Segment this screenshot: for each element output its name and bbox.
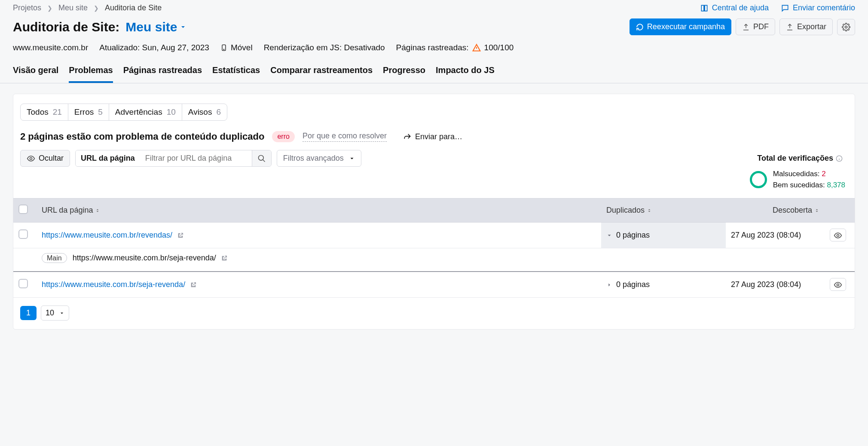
table-subrow: Main https://www.meusite.com.br/seja-rev… [13, 248, 855, 272]
main-tabs: Visão geral Problemas Páginas rastreadas… [0, 52, 868, 83]
eye-icon [27, 154, 35, 163]
passed-label: Bem sucedidas: [773, 181, 825, 189]
url-filter-input[interactable] [140, 150, 252, 166]
upload-icon [742, 23, 750, 31]
main-url[interactable]: https://www.meusite.com.br/seja-revenda/ [73, 254, 216, 262]
checks-ring-icon [750, 171, 767, 188]
external-link-icon[interactable] [177, 231, 184, 239]
mobile-icon [220, 43, 227, 52]
select-all-checkbox[interactable] [18, 205, 28, 214]
view-button[interactable] [830, 229, 846, 241]
view-button[interactable] [830, 278, 846, 291]
checks-summary: Total de verificações [757, 154, 848, 163]
failed-count: 2 [822, 170, 825, 178]
send-to-menu[interactable]: Enviar para… [403, 132, 462, 141]
eye-icon [834, 231, 842, 240]
col-duplicates[interactable]: Duplicados [601, 199, 726, 223]
site-selector[interactable]: Meu site [125, 20, 186, 34]
expand-toggle[interactable] [606, 280, 614, 289]
refresh-icon [636, 23, 644, 31]
tab-overview[interactable]: Visão geral [13, 65, 58, 83]
svg-point-2 [223, 49, 224, 49]
send-feedback-link[interactable]: Enviar comentário [781, 3, 855, 12]
table-row: https://www.meusite.com.br/revendas/ 0 p… [13, 223, 855, 248]
chevron-right-icon: ❯ [94, 5, 99, 12]
settings-button[interactable] [837, 19, 855, 35]
svg-point-4 [258, 155, 263, 160]
page-url-link[interactable]: https://www.meusite.com.br/revendas/ [42, 231, 172, 239]
col-discovered[interactable]: Descoberta [726, 199, 825, 223]
col-url[interactable]: URL da página [37, 199, 601, 223]
passed-count: 8,378 [827, 181, 845, 189]
row-checkbox[interactable] [18, 279, 28, 288]
external-link-icon[interactable] [190, 280, 197, 289]
tab-issues[interactable]: Problemas [69, 65, 113, 83]
eye-icon [834, 281, 842, 289]
tab-compare[interactable]: Comparar rastreamentos [270, 65, 373, 83]
js-rendering: Renderização em JS: Desativado [264, 43, 385, 52]
gear-icon [842, 23, 850, 31]
issue-filter-tabs: Todos21 Erros5 Advertências10 Avisos6 [20, 104, 227, 121]
duplicate-count: 0 páginas [616, 280, 650, 289]
rerun-campaign-button[interactable]: Reexecutar campanha [630, 18, 731, 35]
page-size-select[interactable]: 10 [41, 305, 69, 321]
help-center-link[interactable]: Central de ajuda [700, 3, 769, 12]
share-arrow-icon [403, 132, 412, 141]
chevron-down-icon [606, 232, 612, 238]
breadcrumb-projects[interactable]: Projetos [13, 3, 41, 12]
issues-table: URL da página Duplicados Descoberta [13, 198, 855, 298]
why-how-link[interactable]: Por que e como resolver [303, 131, 387, 142]
tab-crawled-pages[interactable]: Páginas rastreadas [123, 65, 202, 83]
breadcrumb: Projetos ❯ Meu site ❯ Auditoria de Site [13, 3, 162, 12]
search-icon [257, 154, 266, 163]
chevron-down-icon [349, 156, 355, 162]
chevron-right-icon: ❯ [47, 5, 52, 12]
page-number[interactable]: 1 [20, 306, 37, 320]
tab-js-impact[interactable]: Impacto do JS [436, 65, 495, 83]
pages-crawled: Páginas rastreadas: 100/100 [396, 43, 514, 52]
duplicate-count: 0 páginas [616, 231, 650, 239]
seg-all[interactable]: Todos21 [21, 104, 68, 120]
pdf-button[interactable]: PDF [736, 18, 775, 35]
info-icon[interactable] [836, 155, 843, 162]
failed-label: Malsucedidas: [773, 170, 820, 178]
table-row: https://www.meusite.com.br/seja-revenda/… [13, 272, 855, 298]
svg-point-7 [837, 284, 839, 286]
breadcrumb-site[interactable]: Meu site [58, 3, 88, 12]
severity-badge: erro [272, 131, 294, 142]
chevron-right-icon [606, 282, 612, 288]
discovered-date: 27 Aug 2023 (08:04) [726, 223, 825, 248]
svg-point-3 [30, 157, 32, 159]
svg-point-0 [845, 26, 847, 28]
page-url-link[interactable]: https://www.meusite.com.br/seja-revenda/ [42, 280, 185, 289]
discovered-date: 27 Aug 2023 (08:04) [726, 272, 825, 298]
sort-icon [95, 208, 100, 213]
issue-title: 2 páginas estão com problema de conteúdo… [20, 131, 264, 142]
page-title: Auditoria de Site: [13, 20, 119, 34]
tab-statistics[interactable]: Estatísticas [212, 65, 260, 83]
chevron-down-icon [180, 24, 186, 31]
book-icon [700, 4, 709, 12]
seg-errors[interactable]: Erros5 [68, 104, 109, 120]
seg-warnings[interactable]: Advertências10 [109, 104, 182, 120]
search-button[interactable] [252, 150, 271, 166]
device-label: Móvel [220, 43, 253, 52]
warning-icon [472, 43, 481, 52]
breadcrumb-current: Auditoria de Site [105, 3, 162, 12]
url-filter-group: URL da página [75, 150, 272, 167]
external-link-icon[interactable] [221, 254, 228, 262]
main-chip: Main [42, 253, 67, 263]
sort-icon [814, 208, 819, 213]
export-button[interactable]: Exportar [779, 18, 833, 35]
advanced-filters[interactable]: Filtros avançados [277, 150, 361, 167]
row-checkbox[interactable] [18, 229, 28, 239]
svg-point-6 [837, 235, 839, 237]
site-domain: www.meusite.com.br [13, 43, 88, 52]
expand-toggle[interactable] [606, 231, 614, 240]
tab-progress[interactable]: Progresso [383, 65, 425, 83]
hide-button[interactable]: Ocultar [20, 150, 70, 167]
seg-notices[interactable]: Avisos6 [182, 104, 227, 120]
last-updated: Atualizado: Sun, Aug 27, 2023 [99, 43, 209, 52]
sort-icon [647, 208, 652, 213]
upload-icon [786, 23, 794, 31]
